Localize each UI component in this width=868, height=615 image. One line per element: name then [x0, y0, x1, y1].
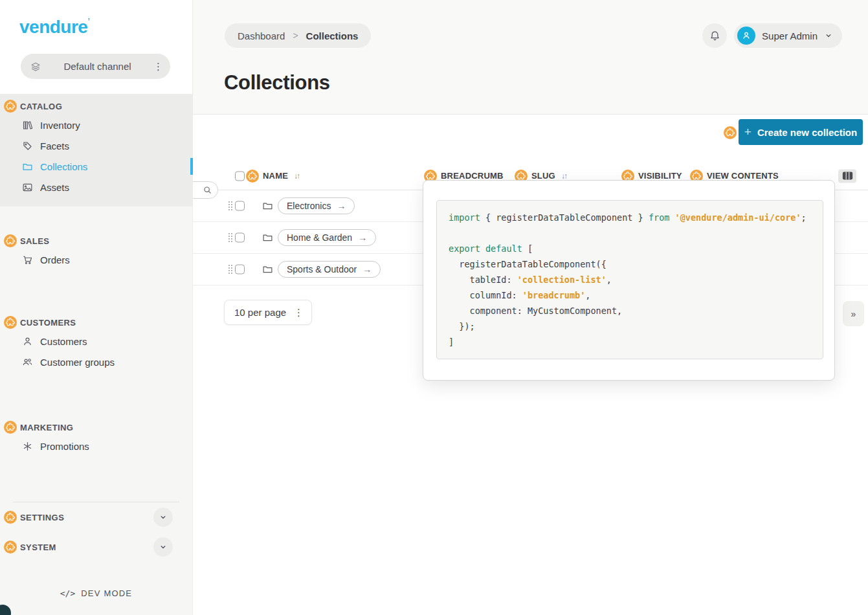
- sidebar-item-label: Customers: [40, 336, 87, 347]
- nav-section-marketing: MARKETING Promotions: [0, 415, 192, 465]
- dev-mode-puzzle-badge[interactable]: [724, 126, 737, 139]
- channel-selector[interactable]: Default channel ⋮: [21, 54, 170, 79]
- sidebar-item-label: Collections: [40, 161, 87, 172]
- select-all-checkbox[interactable]: [235, 171, 245, 181]
- settings-expand-button[interactable]: [153, 508, 173, 527]
- arrow-right-icon: →: [337, 201, 346, 211]
- column-header-name[interactable]: NAME ↓↑: [246, 170, 299, 183]
- nav-section-header-sales[interactable]: SALES: [0, 232, 192, 249]
- notifications-button[interactable]: [702, 23, 727, 48]
- dev-mode-code-popover: import { registerDataTableComponent } fr…: [423, 180, 835, 381]
- image-icon: [22, 182, 33, 193]
- code-brackets-icon: </>: [60, 588, 75, 598]
- drag-handle-icon[interactable]: [228, 264, 233, 275]
- column-label: NAME: [263, 171, 288, 181]
- main-content: Dashboard > Collections Super Admin Coll…: [193, 0, 868, 615]
- column-label: VIEW CONTENTS: [707, 171, 779, 181]
- sidebar-item-label: Inventory: [40, 120, 80, 131]
- create-button-label: Create new collection: [757, 127, 857, 138]
- sidebar-spacer: [0, 562, 192, 570]
- dev-mode-puzzle-badge[interactable]: [4, 234, 17, 247]
- sidebar-item-promotions[interactable]: Promotions: [0, 436, 192, 456]
- sort-icon[interactable]: ↓↑: [561, 172, 566, 181]
- dev-mode-label: DEV MODE: [81, 588, 132, 598]
- sidebar-item-assets[interactable]: Assets: [0, 177, 192, 197]
- arrow-right-icon: →: [362, 264, 372, 274]
- sidebar-item-customer-groups[interactable]: Customer groups: [0, 352, 192, 372]
- breadcrumb-item-collections[interactable]: Collections: [306, 30, 359, 41]
- columns-icon: [842, 172, 853, 181]
- dev-mode-puzzle-badge[interactable]: [246, 170, 259, 183]
- channel-label: Default channel: [41, 61, 153, 72]
- cart-icon: [22, 254, 33, 265]
- arrow-right-icon: →: [358, 232, 367, 243]
- sidebar-item-facets[interactable]: Facets: [0, 135, 192, 156]
- nav-section-customers: CUSTOMERS Customers Customer groups: [0, 310, 192, 381]
- vendure-admin-app: vendure’ Default channel ⋮ CATALOG Inven…: [0, 0, 868, 615]
- drag-handle-icon[interactable]: [228, 232, 233, 243]
- sidebar-item-customers[interactable]: Customers: [0, 331, 192, 352]
- create-new-collection-button[interactable]: + Create new collection: [739, 119, 863, 145]
- dev-mode-puzzle-badge[interactable]: [4, 511, 17, 524]
- user-menu[interactable]: Super Admin: [734, 23, 842, 48]
- dev-mode-toggle[interactable]: </> DEV MODE: [0, 580, 192, 606]
- header-actions: Super Admin: [702, 23, 842, 48]
- next-page-button[interactable]: »: [843, 301, 864, 326]
- section-label: CATALOG: [20, 102, 62, 111]
- tag-icon: [22, 140, 33, 151]
- vendure-logo: vendure’: [19, 17, 192, 38]
- drag-handle-icon[interactable]: [228, 201, 233, 212]
- avatar: [737, 27, 755, 45]
- asterisk-icon: [22, 441, 33, 452]
- section-label: CUSTOMERS: [20, 318, 76, 328]
- nav-section-header-marketing[interactable]: MARKETING: [0, 419, 192, 436]
- system-expand-button[interactable]: [153, 537, 173, 557]
- user-name: Super Admin: [762, 30, 818, 41]
- row-checkbox[interactable]: [235, 265, 245, 274]
- layers-icon: [30, 61, 41, 73]
- row-checkbox[interactable]: [235, 201, 245, 211]
- library-icon: [22, 120, 33, 131]
- collection-name: Home & Garden: [287, 232, 352, 243]
- collection-link-chip[interactable]: Sports & Outdoor →: [278, 261, 381, 278]
- column-label: VISIBILITY: [638, 171, 682, 181]
- collection-name: Electronics: [287, 201, 331, 211]
- nav-section-sales: SALES Orders: [0, 229, 192, 279]
- logo-mark: ’: [87, 17, 89, 26]
- row-checkbox[interactable]: [235, 233, 245, 243]
- sidebar-item-inventory[interactable]: Inventory: [0, 115, 192, 135]
- folder-icon: [262, 201, 273, 212]
- users-icon: [22, 357, 33, 368]
- search-icon: [202, 184, 213, 196]
- logo-text: vendure: [19, 17, 87, 37]
- per-page-label: 10 per page: [234, 307, 286, 318]
- dev-mode-puzzle-badge[interactable]: [4, 421, 17, 434]
- channel-menu-kebab-icon[interactable]: ⋮: [153, 61, 162, 73]
- collection-link-chip[interactable]: Electronics →: [278, 197, 355, 214]
- sidebar-item-label: Customer groups: [40, 357, 115, 368]
- items-per-page-selector[interactable]: 10 per page ⋮: [224, 300, 312, 325]
- nav-section-header-catalog[interactable]: CATALOG: [0, 98, 192, 115]
- section-label: SETTINGS: [20, 513, 64, 522]
- dev-mode-puzzle-badge[interactable]: [4, 100, 17, 113]
- code-snippet: import { registerDataTableComponent } fr…: [436, 200, 823, 359]
- user-icon: [22, 336, 33, 347]
- nav-section-catalog: CATALOG Inventory Facets Collections: [0, 94, 192, 207]
- breadcrumb-item-dashboard[interactable]: Dashboard: [238, 30, 285, 41]
- sidebar-item-orders[interactable]: Orders: [0, 249, 192, 270]
- sidebar-item-label: Orders: [40, 254, 70, 265]
- sidebar-top: vendure’ Default channel ⋮: [0, 0, 192, 94]
- column-label: SLUG: [531, 171, 555, 181]
- folder-icon: [262, 264, 273, 275]
- section-label: MARKETING: [20, 423, 73, 432]
- column-settings-button[interactable]: [838, 169, 856, 183]
- breadcrumb-separator-icon: >: [293, 30, 298, 41]
- collection-link-chip[interactable]: Home & Garden →: [278, 229, 376, 246]
- sidebar-item-collections[interactable]: Collections: [0, 156, 192, 177]
- dev-mode-puzzle-badge[interactable]: [4, 316, 17, 329]
- sort-icon[interactable]: ↓↑: [294, 172, 299, 181]
- section-label: SYSTEM: [20, 542, 56, 552]
- dev-mode-puzzle-badge[interactable]: [4, 541, 17, 554]
- sidebar-item-label: Promotions: [40, 441, 89, 452]
- nav-section-header-customers[interactable]: CUSTOMERS: [0, 314, 192, 331]
